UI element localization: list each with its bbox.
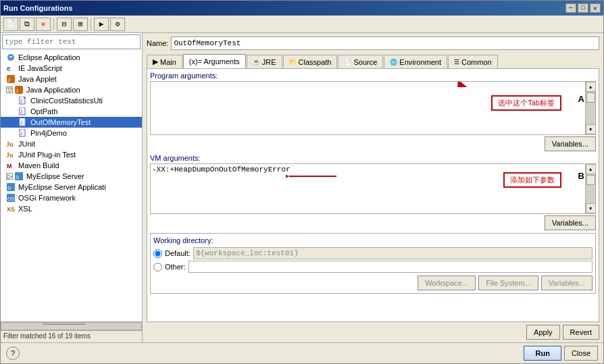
vm-scroll-thumb[interactable]	[586, 175, 595, 185]
tree-label-optpath: OptPath	[30, 107, 57, 115]
tab-content: Program arguments: ▲ ▼ 选中这个Tab标签 A	[147, 68, 599, 322]
myeclipse-server-app-icon: S	[6, 182, 16, 192]
scroll-up-btn[interactable]: ▲	[586, 82, 596, 92]
tab-common[interactable]: ☰ Common	[448, 55, 498, 68]
name-input[interactable]	[171, 36, 599, 50]
svg-text:XS: XS	[7, 206, 15, 213]
run-button[interactable]: Run	[524, 346, 561, 361]
program-args-box: ▲ ▼ 选中这个Tab标签 A	[150, 81, 596, 135]
tree-item-outofmemory[interactable]: J OutOfMemoryTest	[1, 117, 142, 128]
ie-icon: e	[6, 63, 16, 73]
vm-scroll-down-btn[interactable]: ▼	[586, 203, 596, 213]
tree-item-ie-js[interactable]: e IE JavaScript	[1, 63, 142, 74]
tree-label-pin4j: Pin4jDemo	[30, 129, 67, 137]
tree-item-myeclipse-server[interactable]: ▷ S MyEclipse Server	[1, 171, 142, 182]
name-row: Name:	[147, 36, 599, 51]
tree-item-junit-plugin[interactable]: Ju JUnit Plug-in Test	[1, 149, 142, 160]
tab-source[interactable]: 📄 Source	[338, 55, 383, 68]
vm-args-section: VM arguments: -XX:+HeapDumpOnOutOfMemory…	[150, 154, 596, 232]
expand-java-app[interactable]: ▽	[6, 86, 13, 93]
dir-buttons-row: Workspace... File System... Variables...	[153, 276, 593, 290]
tab-jre-label: JRE	[262, 58, 276, 66]
minimize-button[interactable]: ─	[565, 3, 576, 13]
filesystem-btn[interactable]: File System...	[478, 276, 538, 290]
tree-item-eclipse-app[interactable]: Eclipse Application	[1, 52, 142, 63]
working-dir-variables-btn[interactable]: Variables...	[541, 276, 593, 290]
help-button[interactable]: ?	[6, 346, 20, 360]
tree-label-osgi: OSGi Framework	[18, 194, 76, 202]
vm-args-textarea[interactable]: -XX:+HeapDumpOnOutOfMemoryError	[151, 164, 584, 213]
tree-item-junit[interactable]: Ju JUnit	[1, 138, 142, 149]
tree-item-xsl[interactable]: XS XSL	[1, 203, 142, 214]
apply-revert-row: Apply Revert	[147, 322, 599, 340]
annotation-box-a: 选中这个Tab标签	[491, 95, 561, 111]
apply-button[interactable]: Apply	[526, 325, 560, 340]
scroll-thumb[interactable]	[586, 93, 595, 103]
launch-mode-button[interactable]: ▶	[94, 18, 109, 31]
workspace-btn[interactable]: Workspace...	[418, 276, 476, 290]
label-b: B	[578, 171, 584, 181]
tree-item-osgi[interactable]: OS OSGi Framework	[1, 192, 142, 203]
bottom-bar: ? Run Close	[1, 342, 603, 363]
tree-item-java-app[interactable]: ▽ J Java Application	[1, 84, 142, 95]
other-radio-label: Other:	[165, 263, 186, 271]
toolbar-separator	[53, 18, 54, 30]
tree-item-pin4j[interactable]: J Pin4jDemo	[1, 128, 142, 138]
new-config-button[interactable]: 📄	[3, 18, 18, 31]
svg-text:e: e	[7, 65, 11, 72]
horizontal-scrollbar[interactable]	[1, 322, 142, 330]
close-button[interactable]: Close	[564, 346, 598, 361]
filter-input[interactable]	[2, 34, 141, 49]
vm-args-variables-btn[interactable]: Variables...	[545, 215, 596, 230]
tree-item-myeclipse-server-app[interactable]: S MyEclipse Server Applicati	[1, 182, 142, 192]
other-radio[interactable]	[153, 263, 162, 271]
tree-label-eclipse-app: Eclipse Application	[18, 53, 80, 61]
program-args-scrollbar[interactable]: ▲ ▼	[585, 82, 595, 134]
tree-item-maven[interactable]: M Maven Build	[1, 160, 142, 171]
revert-button[interactable]: Revert	[563, 325, 599, 340]
java-applet-icon: J	[6, 74, 16, 84]
junit-icon: Ju	[6, 139, 16, 149]
svg-text:M: M	[7, 163, 12, 170]
tab-main-icon: ▶	[153, 57, 158, 66]
config-button[interactable]: ⚙	[110, 18, 125, 31]
vm-args-scrollbar[interactable]: ▲ ▼	[585, 164, 595, 213]
tab-classpath-icon: 📁	[289, 59, 297, 66]
delete-button[interactable]: ✕	[36, 18, 51, 31]
tree-item-optpath[interactable]: J OptPath	[1, 106, 142, 117]
duplicate-button[interactable]: ⧉	[20, 18, 34, 31]
left-panel: Eclipse Application e IE JavaScript J	[1, 33, 143, 342]
tab-environment-label: Environment	[399, 58, 441, 66]
close-button[interactable]: ✕	[590, 3, 601, 13]
scroll-thumb-h[interactable]	[43, 323, 85, 325]
filter-button[interactable]: ⊟	[57, 18, 72, 31]
collapse-button[interactable]: ⊞	[73, 18, 88, 31]
tree-item-clinic[interactable]: J ClinicCostStatisticsUti	[1, 95, 142, 106]
pin4j-file-icon: J	[18, 128, 28, 138]
eclipse-icon	[6, 53, 16, 62]
default-radio[interactable]	[153, 249, 162, 258]
tab-environment-icon: 🌐	[390, 59, 397, 66]
clinic-file-icon: J	[18, 96, 28, 105]
maximize-button[interactable]: □	[578, 3, 588, 13]
default-radio-label: Default:	[165, 249, 191, 257]
expand-myeclipse[interactable]: ▷	[6, 173, 13, 180]
tab-classpath-label: Classpath	[299, 58, 332, 66]
tab-classpath[interactable]: 📁 Classpath	[283, 55, 338, 68]
svg-text:Ju: Ju	[6, 140, 14, 148]
program-args-variables-btn[interactable]: Variables...	[545, 136, 596, 151]
tree-label-outofmemory: OutOfMemoryTest	[30, 118, 91, 126]
tab-jre[interactable]: ☕ JRE	[247, 55, 282, 68]
tab-bar: ▶ Main (x)= Arguments ☕ JRE 📁 Classpath …	[147, 53, 599, 68]
tree-label-clinic: ClinicCostStatisticsUti	[30, 97, 103, 105]
tree-item-java-applet[interactable]: J Java Applet	[1, 74, 142, 84]
tab-environment[interactable]: 🌐 Environment	[384, 55, 447, 68]
dialog-title: Run Configurations	[3, 4, 73, 12]
tab-arguments[interactable]: (x)= Arguments	[183, 54, 246, 68]
vm-scroll-up-btn[interactable]: ▲	[586, 164, 596, 174]
svg-text:OS: OS	[7, 197, 14, 201]
default-radio-row: Default:	[153, 247, 593, 259]
tab-main[interactable]: ▶ Main	[147, 55, 182, 68]
other-path-input[interactable]	[188, 261, 593, 273]
scroll-down-btn[interactable]: ▼	[586, 124, 596, 134]
